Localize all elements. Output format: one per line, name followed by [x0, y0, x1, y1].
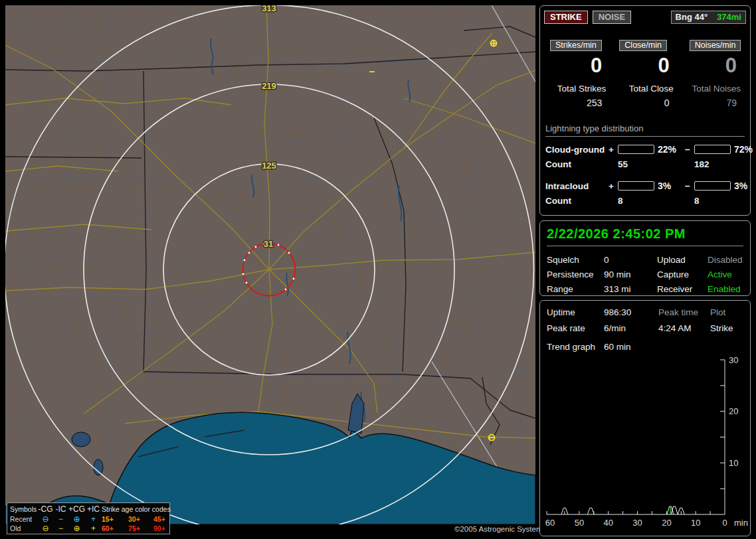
age-30: 30+: [128, 514, 153, 524]
ic-positive-count: 8: [618, 196, 654, 206]
trend-graph-row: Trend graph 60 min: [547, 342, 743, 352]
cloud-ground-counts: Count 55 182: [545, 159, 745, 169]
y-tick-20: 20: [729, 406, 738, 416]
old-pos-ic-icon: +: [85, 524, 102, 534]
cg-negative-count: 182: [694, 159, 731, 169]
persistence-value: 90 min: [604, 270, 657, 279]
count-label: Count: [545, 196, 609, 206]
total-noises-label: Total Noises: [679, 84, 746, 94]
receiver-label: Receiver: [657, 284, 708, 294]
strike-stats-panel: STRIKE NOISE Bng 44° 374mi Strikes/min 0…: [539, 5, 751, 216]
legend-symbols-label: Symbols: [10, 504, 38, 514]
cg-positive-bar: [618, 145, 654, 154]
age-15: 15+: [102, 514, 128, 524]
range-value: 313 mi: [604, 284, 657, 294]
peak-rate-value: 6/min: [604, 323, 658, 333]
cg-positive-pct: 22%: [654, 144, 685, 155]
ic-negative-count: 8: [694, 196, 731, 206]
map-strike-symbol-cg-plus-old: ⊕: [490, 37, 498, 48]
total-close-label: Total Close: [611, 84, 678, 94]
noises-per-min-value: 0: [679, 54, 746, 78]
noises-per-min-chip: Noises/min: [690, 40, 741, 51]
trend-graph-label: Trend graph: [547, 342, 604, 352]
lightning-distribution: Lightning type distribution Cloud-ground…: [545, 123, 745, 206]
x-tick-50: 50: [575, 518, 584, 528]
squelch-value: 0: [604, 255, 657, 265]
legend-age-title: Strike age color codes: [102, 504, 176, 514]
total-close-value: 0: [611, 98, 678, 108]
cg-negative-pct: 72%: [731, 144, 753, 155]
trend-graph: 30 20 10 60 50 40 30 20 10 0 min: [540, 351, 751, 536]
map-canvas[interactable]: 313 219 125 31 ⊕−⊖: [5, 5, 535, 524]
x-tick-40: 40: [603, 518, 613, 528]
peak-time-label: Peak time: [658, 307, 710, 317]
old-pos-cg-icon: ⊕: [68, 524, 85, 534]
count-label: Count: [545, 159, 609, 169]
close-per-min-chip: Close/min: [619, 40, 667, 51]
receiver-status: Enabled: [708, 284, 743, 294]
upload-status: Disabled: [708, 255, 743, 265]
map-strike-symbol-cg-minus-old: ⊖: [488, 431, 496, 443]
capture-label: Capture: [657, 270, 708, 279]
close-per-min-value: 0: [611, 54, 678, 78]
strike-mode-button[interactable]: STRIKE: [544, 11, 588, 24]
peak-rate-label: Peak rate: [547, 323, 604, 333]
legend-col-neg-cg: -CG: [38, 504, 53, 514]
plot-label: Plot: [710, 307, 743, 317]
strikes-per-min-value: 0: [544, 54, 611, 78]
recent-neg-cg-icon: ⊖: [38, 514, 53, 524]
uptime-grid: Uptime 986:30 Peak time Plot Peak rate 6…: [547, 307, 743, 333]
legend-row-old-label: Old: [10, 524, 38, 534]
status-panel: 2/22/2026 2:45:02 PM Squelch 0 Upload Di…: [539, 220, 751, 296]
intracloud-row: Intracloud + 3% − 3%: [545, 181, 745, 191]
rate-counters: Strikes/min 0 Total Strikes 253 Close/mi…: [540, 40, 750, 108]
x-axis-unit: min: [734, 518, 748, 528]
noises-column: Noises/min 0 Total Noises 79: [679, 40, 746, 108]
range-label: Range: [547, 284, 604, 294]
old-neg-cg-icon: ⊖: [38, 524, 53, 534]
uptime-value: 986:30: [604, 307, 658, 317]
trend-panel: Uptime 986:30 Peak time Plot Peak rate 6…: [539, 300, 751, 536]
squelch-label: Squelch: [547, 255, 604, 265]
age-75: 75+: [128, 524, 153, 534]
bearing-distance: 374mi: [717, 12, 741, 22]
total-strikes-value: 253: [544, 98, 611, 108]
strike-map[interactable]: 313 219 125 31 ⊕−⊖: [5, 5, 535, 524]
strikes-per-min-chip: Strikes/min: [550, 40, 602, 51]
x-tick-0: 0: [722, 518, 727, 528]
capture-status: Active: [708, 270, 743, 279]
x-tick-60: 60: [545, 518, 555, 528]
map-strike-symbol-ic-minus-old: −: [369, 66, 375, 77]
bearing-readout: Bng 44° 374mi: [671, 11, 746, 24]
plus-sign: +: [609, 181, 618, 191]
mode-toolbar: STRIKE NOISE Bng 44° 374mi: [544, 11, 746, 24]
ring-label-125: 125: [262, 161, 276, 171]
ic-positive-pct: 3%: [654, 181, 685, 191]
noise-mode-button[interactable]: NOISE: [593, 11, 631, 24]
cloud-ground-label: Cloud-ground: [545, 145, 609, 155]
status-grid: Squelch 0 Upload Disabled Persistence 90…: [547, 255, 743, 294]
cloud-ground-row: Cloud-ground + 22% − 72%: [545, 144, 745, 155]
intracloud-counts: Count 8 8: [545, 196, 745, 206]
total-noises-value: 79: [679, 98, 746, 108]
total-strikes-label: Total Strikes: [544, 84, 611, 94]
age-90: 90+: [153, 524, 176, 534]
x-tick-10: 10: [691, 518, 700, 528]
recent-pos-ic-icon: +: [85, 514, 102, 524]
plus-sign: +: [609, 145, 618, 155]
app-window: 313 219 125 31 ⊕−⊖ ©2005 Astrogenic Syst…: [0, 0, 756, 539]
current-datetime: 2/22/2026 2:45:02 PM: [547, 226, 743, 246]
peak-time-value: 4:24 AM: [658, 323, 710, 333]
legend-col-neg-ic: -IC: [53, 504, 68, 514]
uptime-label: Uptime: [547, 307, 604, 317]
minus-sign: −: [685, 145, 694, 155]
copyright-text: ©2005 Astrogenic Systems: [454, 525, 546, 533]
age-45: 45+: [153, 514, 176, 524]
ring-label-31: 31: [264, 239, 273, 249]
age-60: 60+: [102, 524, 128, 534]
y-tick-30: 30: [729, 355, 738, 365]
recent-neg-ic-icon: −: [53, 514, 68, 524]
ic-positive-bar: [618, 181, 654, 191]
x-tick-20: 20: [662, 518, 671, 528]
ic-negative-pct: 3%: [731, 181, 747, 191]
